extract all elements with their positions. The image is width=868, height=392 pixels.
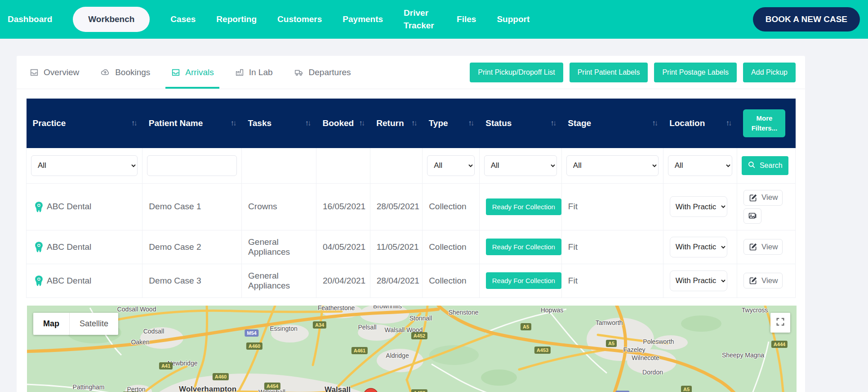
road-badge-a5: A5 — [681, 386, 692, 392]
tooth-icon — [33, 201, 45, 213]
nav-item-customers[interactable]: Customers — [277, 14, 322, 24]
column-header-location[interactable]: Location↑↓ — [663, 99, 737, 148]
book-new-case-button[interactable]: BOOK A NEW CASE — [753, 7, 860, 32]
column-header-more-filters: More Filters... — [737, 99, 795, 148]
sort-arrows-icon[interactable]: ↑↓ — [652, 119, 657, 128]
stage-filter[interactable]: All — [566, 155, 659, 176]
road-badge-a5: A5 — [606, 340, 617, 347]
map[interactable]: Codsall WoodFeatherstoneBrownhillsStonna… — [27, 306, 797, 392]
tab-arrivals[interactable]: Arrivals — [171, 56, 214, 89]
case-type: Collection — [423, 264, 480, 297]
column-header-tasks[interactable]: Tasks↑↓ — [242, 99, 316, 148]
print-pickup-dropoff-list-button[interactable]: Print Pickup/Dropoff List — [470, 63, 563, 82]
map-label-pattingham: Pattingham — [73, 383, 105, 391]
sort-arrows-icon[interactable]: ↑↓ — [231, 119, 236, 128]
location-select[interactable]: With Practice — [670, 196, 727, 217]
edit-icon — [748, 242, 758, 252]
return-date: 28/05/2021 — [370, 183, 422, 230]
tab-overview[interactable]: Overview — [29, 56, 79, 89]
road-badge-a452: A452 — [411, 389, 427, 392]
nav-items: DashboardWorkbenchCasesReportingCustomer… — [8, 7, 530, 32]
location-select[interactable]: With Practice — [670, 270, 727, 291]
more-filters-button[interactable]: More Filters... — [743, 109, 785, 137]
search-label: Search — [760, 162, 783, 170]
sort-arrows-icon[interactable]: ↑↓ — [468, 119, 473, 128]
status-filter[interactable]: All — [484, 155, 557, 176]
location-filter[interactable]: All — [668, 155, 732, 176]
map-label-sheepy-magna: Sheepy Magna — [722, 351, 764, 359]
type-filter[interactable]: All — [427, 155, 475, 176]
nav-item-payments[interactable]: Payments — [343, 14, 383, 24]
status-badge: Ready For Collection — [486, 239, 561, 255]
map-label-featherstone: Featherstone — [318, 306, 355, 311]
column-label: Return — [376, 118, 404, 128]
sort-arrows-icon[interactable]: ↑↓ — [550, 119, 555, 128]
map-button[interactable]: Map — [33, 313, 69, 335]
print-postage-labels-button[interactable]: Print Postage Labels — [654, 63, 737, 82]
practice-filter[interactable]: All — [31, 155, 138, 176]
column-label: Tasks — [248, 118, 272, 128]
patient-name: Demo Case 2 — [142, 230, 242, 264]
location-select[interactable]: With Practice — [670, 237, 727, 257]
practice-name: ABC Dental — [47, 276, 91, 286]
sort-arrows-icon[interactable]: ↑↓ — [131, 119, 136, 128]
map-cluster-marker[interactable]: 3 — [363, 388, 378, 392]
filter-row: AllAllAllAllAllSearch — [27, 148, 796, 184]
cases-table: Practice↑↓Patient Name↑↓Tasks↑↓Booked↑↓R… — [26, 99, 796, 298]
return-date: 11/05/2021 — [370, 230, 422, 264]
nav-item-driver-tracker[interactable]: Driver Tracker — [404, 7, 436, 32]
map-label-walsall: Walsall — [325, 385, 351, 392]
add-pickup-button[interactable]: Add Pickup — [743, 63, 796, 82]
nav-item-dashboard[interactable]: Dashboard — [8, 14, 52, 24]
map-label-shenstone: Shenstone — [449, 309, 479, 316]
nav-item-workbench[interactable]: Workbench — [73, 7, 150, 32]
edit-icon — [748, 276, 758, 285]
nav-item-files[interactable]: Files — [457, 14, 476, 24]
sort-arrows-icon[interactable]: ↑↓ — [726, 119, 730, 128]
road-badge-a34: A34 — [313, 321, 326, 329]
search-icon — [748, 161, 756, 171]
road-badge-a460: A460 — [246, 342, 263, 350]
fullscreen-button[interactable] — [770, 313, 790, 333]
tab-label: Overview — [44, 68, 79, 77]
column-header-type[interactable]: Type↑↓ — [423, 99, 480, 148]
view-button[interactable]: View — [743, 190, 783, 206]
table-row: ABC DentalDemo Case 2General Appliances0… — [27, 230, 796, 264]
tabs: OverviewBookingsArrivalsIn LabDepartures — [29, 56, 372, 89]
road-badge-a454: A454 — [264, 383, 280, 390]
tooth-icon — [33, 275, 45, 287]
satellite-button[interactable]: Satellite — [69, 313, 118, 335]
column-header-practice[interactable]: Practice↑↓ — [27, 99, 142, 148]
nav-item-cases[interactable]: Cases — [170, 14, 196, 24]
map-label-stonnall: Stonnall — [410, 315, 432, 322]
tab-in-lab[interactable]: In Lab — [235, 56, 273, 89]
map-label-aldridge: Aldridge — [386, 352, 409, 359]
print-patient-labels-button[interactable]: Print Patient Labels — [570, 63, 648, 82]
column-header-status[interactable]: Status↑↓ — [479, 99, 561, 148]
nav-item-support[interactable]: Support — [497, 14, 530, 24]
tab-label: Departures — [309, 68, 351, 77]
column-header-return[interactable]: Return↑↓ — [370, 99, 422, 148]
column-header-stage[interactable]: Stage↑↓ — [561, 99, 663, 148]
sort-arrows-icon[interactable]: ↑↓ — [359, 119, 364, 128]
table-row: ABC DentalDemo Case 1Crowns16/05/202128/… — [27, 183, 796, 230]
view-button[interactable]: View — [743, 239, 783, 255]
tooth-icon — [33, 241, 45, 253]
patient-name-filter-input[interactable] — [147, 155, 237, 176]
view-button[interactable]: View — [743, 273, 783, 288]
column-label: Practice — [33, 118, 66, 128]
column-label: Patient Name — [149, 118, 203, 128]
sort-arrows-icon[interactable]: ↑↓ — [411, 119, 416, 128]
factory-icon — [235, 68, 245, 77]
truck-icon — [294, 68, 304, 77]
tab-bookings[interactable]: Bookings — [100, 56, 150, 89]
images-button[interactable] — [743, 208, 761, 224]
column-header-booked[interactable]: Booked↑↓ — [316, 99, 370, 148]
nav-item-reporting[interactable]: Reporting — [216, 14, 257, 24]
sort-arrows-icon[interactable]: ↑↓ — [305, 119, 310, 128]
edit-icon — [748, 193, 758, 203]
search-button[interactable]: Search — [742, 156, 788, 175]
column-header-patient-name[interactable]: Patient Name↑↓ — [142, 99, 242, 148]
tab-departures[interactable]: Departures — [294, 56, 351, 89]
stage: Fit — [561, 183, 663, 230]
